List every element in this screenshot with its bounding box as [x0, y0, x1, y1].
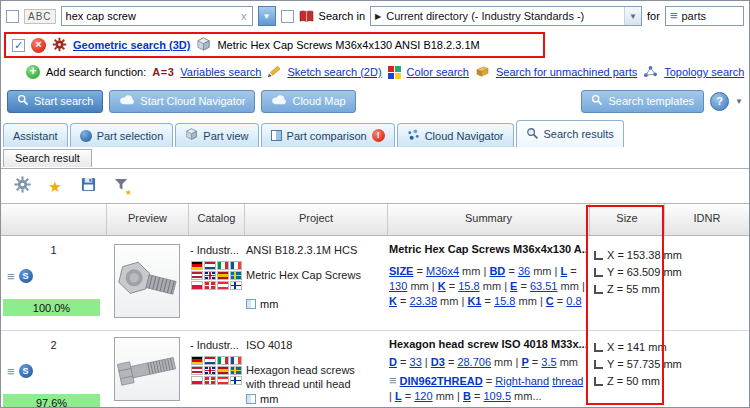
catalog-flags [191, 356, 242, 385]
header-idnr[interactable]: IDNR [664, 204, 749, 235]
search-icon [591, 94, 603, 108]
alert-icon: ! [372, 129, 385, 142]
list-icon[interactable]: ≡ [389, 373, 397, 388]
cube-3d-icon [196, 37, 211, 54]
summary-parameters-2[interactable]: ≡DIN962THREAD = Right-hand thread | L = … [389, 374, 585, 404]
result-row-1[interactable]: 1 ≡ S 100.0% [1, 236, 749, 331]
preview-cell [106, 236, 188, 330]
tab-search-results[interactable]: Search results [516, 120, 624, 147]
unit-icon [246, 299, 256, 309]
variables-search-link[interactable]: Variables search [180, 66, 261, 78]
spellcheck-checkbox[interactable] [6, 10, 19, 23]
tab-part-view[interactable]: Part view [175, 123, 258, 147]
search-result-subtab[interactable]: Search result [3, 149, 92, 167]
favorites-button[interactable]: ★ [43, 175, 67, 197]
header-size[interactable]: Size [589, 204, 664, 235]
header-preview[interactable]: Preview [106, 204, 188, 235]
filter-button[interactable]: ★ [109, 175, 133, 197]
start-search-button[interactable]: Start search [7, 90, 103, 113]
geometric-search-link[interactable]: Geometric search (3D) [73, 39, 190, 51]
actions-right-group: Search templates ? ▼ [581, 90, 743, 113]
cloud-map-label: Cloud Map [292, 95, 345, 107]
directory-value: Current directory (- Industry Standards … [386, 10, 619, 22]
option-checkbox[interactable] [281, 10, 294, 23]
tab-part-comparison[interactable]: Part comparison ! [261, 123, 395, 147]
results-settings-button[interactable] [10, 175, 34, 197]
geometric-search-checkbox[interactable]: ✓ [12, 39, 25, 52]
catalog-cell: - Industr... [188, 236, 244, 330]
list-icon[interactable]: ≡ [7, 271, 15, 282]
scope-select[interactable]: ≡ parts [665, 6, 744, 26]
remove-search-icon[interactable]: × [31, 38, 46, 53]
supplier-icon[interactable]: S [19, 269, 33, 283]
search-history-button[interactable]: ▼ [258, 6, 276, 26]
header-project[interactable]: Project [244, 204, 387, 235]
color-icon [388, 66, 401, 79]
help-button[interactable]: ? [710, 92, 729, 111]
search-in-label: Search in [319, 10, 365, 22]
chevron-down-icon[interactable]: ▼ [624, 7, 641, 25]
save-search-button[interactable] [76, 175, 100, 197]
table-header: Preview Catalog Project Summary Size IDN… [1, 203, 749, 236]
results-toolbar: ★ ★ [1, 169, 749, 203]
search-icon [17, 94, 29, 108]
summary-parameters[interactable]: SIZE = M36x4 mm | BD = 36 mm | L = 130 m… [389, 264, 585, 309]
unit-label: mm [260, 298, 278, 310]
summary-cell: Hexagon head screw ISO 4018 M33x... D = … [387, 331, 589, 408]
axis-y-icon [594, 360, 603, 369]
catalog-name: - Industr... [190, 339, 244, 351]
star-icon: ★ [125, 189, 132, 197]
tab-assistant[interactable]: Assistant [3, 123, 68, 147]
cloud-icon [119, 95, 135, 107]
summary-parameters[interactable]: D = 33 | D3 = 28.706 mm | P = 3.5 mm [389, 355, 585, 370]
catalog-flags [191, 261, 242, 290]
summary-cell: Metric Hex Cap Screws M36x4x130 A... SIZ… [387, 236, 589, 330]
scope-value: parts [681, 10, 739, 22]
result-subtab-bar: Search result [1, 147, 749, 169]
unmachined-parts-search-link[interactable]: Search for unmachined parts [496, 66, 637, 78]
summary-title: Hexagon head screw ISO 4018 M33x... [389, 338, 587, 350]
search-toolbar: ABC x ▼ Search in ▶ Current directory (-… [1, 1, 749, 31]
search-box: x [61, 6, 253, 26]
supplier-icon[interactable]: S [19, 364, 33, 378]
sketch-search-link[interactable]: Sketch search (2D) [287, 66, 381, 78]
axis-y-icon [594, 268, 603, 277]
search-templates-button[interactable]: Search templates [581, 90, 704, 113]
star-icon: ★ [48, 179, 61, 194]
tab-label: Part view [203, 130, 248, 142]
part-preview-image[interactable] [114, 244, 180, 318]
expand-arrow-icon: ▶ [375, 12, 381, 21]
part-view-icon [185, 128, 198, 143]
part-preview-image[interactable] [114, 337, 180, 401]
tab-label: Part comparison [287, 130, 367, 142]
unit-label: mm [260, 393, 278, 405]
size-x: X = 141 mm [607, 341, 667, 353]
variables-icon: A=3 [152, 66, 174, 78]
result-index: 2 [1, 339, 106, 351]
part-selection-icon [80, 130, 92, 142]
chevron-down-icon[interactable]: ▼ [735, 97, 743, 106]
header-summary[interactable]: Summary [387, 204, 589, 235]
start-cloud-navigator-button[interactable]: Start Cloud Navigator [109, 90, 255, 113]
cloud-map-button[interactable]: Cloud Map [261, 90, 355, 113]
row-meta-cell: 2 ≡ S 97.6% [1, 331, 106, 408]
list-icon[interactable]: ≡ [7, 366, 15, 377]
topology-search-link[interactable]: Topology search [664, 66, 744, 78]
search-input[interactable] [62, 10, 237, 22]
tab-cloud-navigator[interactable]: Cloud Navigator [397, 123, 514, 147]
size-cell: X = 141 mm Y = 57.735 mm Z = 50 mm [589, 331, 664, 408]
search-results-icon [526, 127, 539, 142]
results-table: Preview Catalog Project Summary Size IDN… [1, 203, 749, 407]
color-search-link[interactable]: Color search [407, 66, 469, 78]
directory-select[interactable]: ▶ Current directory (- Industry Standard… [370, 6, 642, 26]
geometric-search-description: Metric Hex Cap Screws M36x4x130 ANSI B18… [217, 39, 479, 51]
result-row-2[interactable]: 2 ≡ S 97.6% [1, 331, 749, 408]
axis-z-icon [594, 285, 603, 294]
clear-search-icon[interactable]: x [236, 10, 252, 22]
project-cell: ISO 4018 Hexagon head screws with thread… [244, 331, 387, 408]
header-catalog[interactable]: Catalog [188, 204, 244, 235]
search-templates-label: Search templates [608, 95, 694, 107]
tab-part-selection[interactable]: Part selection [70, 123, 174, 147]
add-icon[interactable]: + [26, 65, 40, 79]
dictionary-icon[interactable] [299, 10, 314, 23]
